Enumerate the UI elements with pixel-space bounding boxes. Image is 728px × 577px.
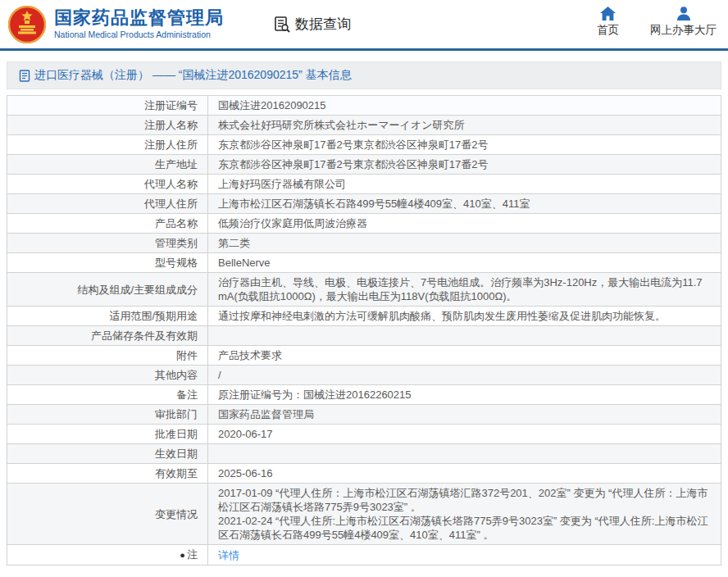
table-row: 生产地址东京都涉谷区神泉町17番2号東京都渋谷区神泉町17番2号 — [7, 155, 721, 175]
row-label: 注册人住所 — [7, 135, 208, 155]
document-icon — [19, 70, 30, 82]
row-label: 代理人住所 — [7, 194, 208, 214]
row-value: 上海好玛医疗器械有限公司 — [208, 175, 721, 194]
table-row: ●注详情 — [7, 545, 721, 566]
row-value: BelleNerve — [208, 253, 721, 273]
site-title: 国家药品监督管理局 — [54, 8, 224, 28]
row-label: 适用范围/预期用途 — [7, 307, 208, 326]
change-record-line: 2021-02-24 “代理人住所:上海市松江区石湖荡镇长塔路775弄9号302… — [218, 514, 711, 542]
site-logo[interactable]: 国家药品监督管理局 National Medical Products Admi… — [0, 6, 224, 43]
row-label-text: 注册证编号 — [144, 99, 198, 111]
row-label-text: 结构及组成/主要组成成分 — [77, 284, 198, 296]
row-label: 生效日期 — [7, 444, 208, 464]
site-subtitle: National Medical Products Administration — [54, 30, 224, 40]
row-label: 代理人名称 — [7, 175, 208, 194]
row-label: 产品储存条件及有效期 — [7, 326, 208, 346]
row-value: 详情 — [208, 545, 721, 566]
row-label-text: 产品名称 — [155, 217, 198, 229]
row-value: 治疗器由主机、导线、电极、电极连接片、7号电池组成。治疗频率为3Hz-120Hz… — [208, 273, 721, 307]
row-label-text: 其他内容 — [155, 369, 198, 381]
row-label: 变更情况 — [7, 484, 208, 545]
row-value: 株式会社好玛研究所株式会社ホーマーイオン研究所 — [208, 116, 721, 135]
table-row: 管理类别第二类 — [7, 234, 721, 253]
table-row: 其他内容/ — [7, 366, 721, 385]
home-icon — [600, 7, 616, 20]
row-label-text: 型号规格 — [155, 257, 198, 269]
table-row: 注册人名称株式会社好玛研究所株式会社ホーマーイオン研究所 — [7, 116, 721, 135]
nav-online-hall-label: 网上办事大厅 — [650, 23, 717, 38]
row-label-text: 变更情况 — [155, 508, 198, 520]
row-label: 管理类别 — [7, 234, 208, 253]
table-row: 批准日期2020-06-17 — [7, 425, 721, 444]
row-value: 通过按摩和神经电刺激的方法可缓解肌肉酸痛、预防肌肉发生废用性萎缩及促进肌肉功能恢… — [208, 307, 721, 326]
row-label-text: 附件 — [176, 349, 198, 361]
row-label-text: 有效期至 — [155, 467, 198, 479]
row-label-text: 注 — [187, 548, 198, 561]
breadcrumb: 进口医疗器械（注册） —— “国械注进20162090215” 基本信息 — [7, 61, 721, 89]
row-label-text: 批准日期 — [155, 428, 198, 440]
row-value: 2025-06-16 — [208, 464, 721, 484]
header-nav: 首页 网上办事大厅 — [597, 7, 717, 38]
row-label-text: 注册人住所 — [144, 139, 198, 151]
row-value: 上海市松江区石湖荡镇长石路499号55幢4楼409室、410室、411室 — [208, 194, 721, 214]
page-header: 国家药品监督管理局 National Medical Products Admi… — [0, 0, 728, 51]
row-label-text: 注册人名称 — [144, 119, 198, 131]
row-label: 结构及组成/主要组成成分 — [7, 273, 208, 307]
table-row: 型号规格BelleNerve — [7, 253, 721, 273]
row-label: 型号规格 — [7, 253, 208, 273]
row-label-text: 生产地址 — [155, 158, 198, 170]
row-value: 国家药品监督管理局 — [208, 405, 721, 425]
row-label-text: 代理人住所 — [144, 198, 198, 210]
table-row: 审批部门国家药品监督管理局 — [7, 405, 721, 425]
table-row: 生效日期 — [7, 444, 721, 464]
row-label: 有效期至 — [7, 464, 208, 484]
nav-home[interactable]: 首页 — [597, 7, 619, 38]
table-row: 结构及组成/主要组成成分治疗器由主机、导线、电极、电极连接片、7号电池组成。治疗… — [7, 273, 721, 307]
row-value — [208, 326, 721, 346]
row-label: 产品名称 — [7, 214, 208, 234]
row-label: 备注 — [7, 385, 208, 405]
site-title-block: 国家药品监督管理局 National Medical Products Admi… — [54, 8, 224, 40]
table-row: 代理人名称上海好玛医疗器械有限公司 — [7, 175, 721, 194]
table-row: 产品名称低频治疗仪家庭用低周波治療器 — [7, 214, 721, 234]
row-value: 国械注进20162090215 — [208, 96, 721, 116]
breadcrumb-text: 进口医疗器械（注册） —— “国械注进20162090215” 基本信息 — [34, 68, 352, 83]
nav-online-hall[interactable]: 网上办事大厅 — [650, 7, 717, 38]
row-value: 东京都涉谷区神泉町17番2号東京都渋谷区神泉町17番2号 — [208, 155, 721, 175]
row-value: 第二类 — [208, 234, 721, 253]
row-label: 注册人名称 — [7, 116, 208, 135]
row-value: 2017-01-09 “代理人住所：上海市松江区石湖荡镇塔汇路372号201、2… — [208, 484, 721, 545]
table-row: 代理人住所上海市松江区石湖荡镇长石路499号55幢4楼409室、410室、411… — [7, 194, 721, 214]
national-emblem-icon — [8, 6, 46, 43]
registration-info-table: 注册证编号国械注进20162090215注册人名称株式会社好玛研究所株式会社ホー… — [7, 95, 721, 566]
table-row: 适用范围/预期用途通过按摩和神经电刺激的方法可缓解肌肉酸痛、预防肌肉发生废用性萎… — [7, 307, 721, 326]
table-row: 注册人住所东京都涉谷区神泉町17番2号東京都渋谷区神泉町17番2号 — [7, 135, 721, 155]
row-label-text: 审批部门 — [155, 408, 198, 420]
nav-data-query[interactable]: 数据查询 — [273, 15, 351, 34]
row-value: 原注册证编号为：国械注进20162260215 — [208, 385, 721, 405]
table-row: 有效期至2025-06-16 — [7, 464, 721, 484]
detail-link[interactable]: 详情 — [218, 549, 239, 561]
row-label-text: 管理类别 — [155, 237, 198, 249]
table-row: 变更情况2017-01-09 “代理人住所：上海市松江区石湖荡镇塔汇路372号2… — [7, 484, 721, 545]
row-value: 低频治疗仪家庭用低周波治療器 — [208, 214, 721, 234]
row-value: 东京都涉谷区神泉町17番2号東京都渋谷区神泉町17番2号 — [208, 135, 721, 155]
row-value: 产品技术要求 — [208, 346, 721, 366]
row-label: 其他内容 — [7, 366, 208, 385]
table-row: 产品储存条件及有效期 — [7, 326, 721, 346]
nav-data-query-label: 数据查询 — [295, 15, 351, 34]
row-label: ●注 — [7, 545, 208, 566]
row-label: 附件 — [7, 346, 208, 366]
table-row: 注册证编号国械注进20162090215 — [7, 96, 721, 116]
row-label: 批准日期 — [7, 425, 208, 444]
row-label: 审批部门 — [7, 405, 208, 425]
table-row: 附件产品技术要求 — [7, 346, 721, 366]
row-label-text: 代理人名称 — [144, 178, 198, 190]
row-label-text: 备注 — [176, 388, 198, 401]
row-label-text: 产品储存条件及有效期 — [91, 329, 198, 342]
user-icon — [676, 7, 691, 20]
change-record-line: 2017-01-09 “代理人住所：上海市松江区石湖荡镇塔汇路372号201、2… — [218, 486, 711, 514]
note-bullet-icon: ● — [180, 550, 185, 560]
row-value — [208, 444, 721, 464]
row-label-text: 生效日期 — [155, 448, 198, 460]
